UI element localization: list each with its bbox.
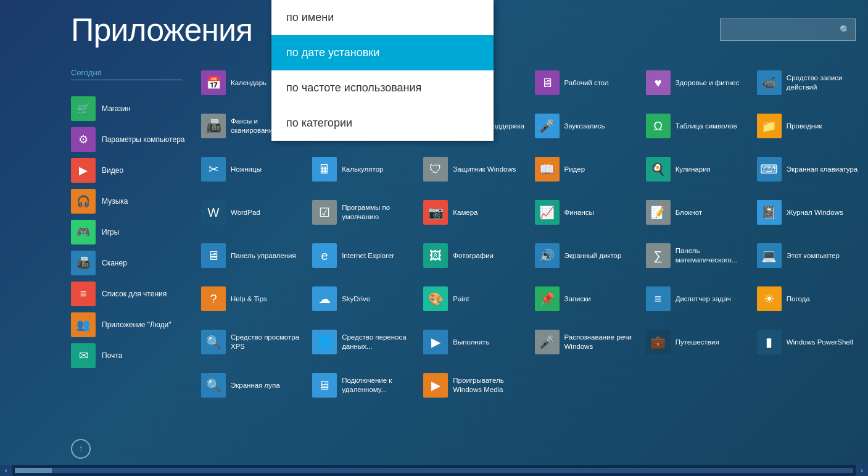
scrollbar[interactable]: ‹ › (0, 465, 868, 476)
app-icon-stickynotes: 📌 (535, 286, 560, 311)
app-label-weather: Погода (787, 294, 810, 304)
app-item-charmap[interactable]: Ω Таблица символов (642, 105, 751, 147)
app-item-travel[interactable]: 💼 Путешествия (642, 321, 751, 363)
icon-mail: ✉ (71, 343, 96, 368)
app-item-wmplayer[interactable]: ▶ Проигрыватель Windows Media (420, 364, 528, 406)
scroll-thumb (15, 468, 52, 473)
app-item-cooking[interactable]: 🍳 Кулинария (642, 148, 751, 190)
app-icon-fax: 📠 (201, 114, 226, 138)
app-item-skydrive[interactable]: ☁ SkyDrive (308, 278, 417, 320)
app-icon-finance: 📈 (535, 200, 560, 225)
app-item-magnifier[interactable]: 🔍 Экранная лупа (197, 364, 306, 406)
label-reading-list: Список для чтения (102, 290, 167, 298)
sidebar-item-settings[interactable]: ⚙ Параметры компьютера (71, 125, 188, 154)
app-label-remotedesktop: Подключение к удаленному... (342, 376, 413, 395)
app-icon-mathpanel: ∑ (646, 243, 671, 268)
app-item-photos[interactable]: 🖼 Фотографии (420, 235, 528, 277)
sort-by-freq[interactable]: по частоте использования (271, 70, 494, 106)
app-icon-powershell: ▮ (757, 330, 782, 354)
app-item-remotedesktop[interactable]: 🖥 Подключение к удаленному... (308, 364, 417, 406)
app-item-wordpad[interactable]: W WordPad (197, 191, 306, 233)
icon-music: 🎧 (71, 189, 96, 214)
sidebar-item-mail[interactable]: ✉ Почта (71, 341, 188, 370)
sort-by-date[interactable]: по дате установки (271, 35, 494, 70)
sort-by-name-label: по имени (286, 11, 334, 24)
app-label-scissors: Ножницы (231, 165, 262, 174)
sidebar-item-people[interactable]: 👥 Приложение "Люди" (71, 310, 188, 340)
label-scanner: Сканер (102, 259, 127, 267)
app-item-narrator[interactable]: 🔊 Экранный диктор (531, 235, 640, 277)
app-item-scissors[interactable]: ✂ Ножницы (197, 148, 306, 190)
scroll-up-button[interactable]: ↑ (71, 439, 91, 459)
label-music: Музыка (102, 197, 128, 206)
app-icon-thispc: 💻 (757, 243, 782, 268)
app-icon-rec-action: 📹 (757, 70, 782, 95)
app-item-osk[interactable]: ⌨ Экранная клавиатура (753, 148, 862, 190)
scroll-right-button[interactable]: › (856, 465, 868, 476)
app-label-voicerec: Звукозапись (564, 122, 605, 131)
scroll-left-button[interactable]: ‹ (0, 465, 12, 476)
app-item-mathpanel[interactable]: ∑ Панель математического... (642, 235, 751, 277)
app-label-run: Выполнить (453, 338, 489, 347)
app-label-travel: Путешествия (676, 338, 719, 347)
app-label-calendar: Календарь (231, 78, 267, 88)
app-item-finance[interactable]: 📈 Финансы (531, 191, 640, 233)
app-icon-windefender: 🛡 (423, 157, 448, 182)
app-icon-health: ♥ (646, 70, 671, 95)
sidebar-item-reading-list[interactable]: ≡ Список для чтения (71, 279, 188, 309)
app-icon-photos: 🖼 (423, 243, 448, 268)
sort-by-name[interactable]: по имени (271, 0, 494, 35)
app-item-notepad[interactable]: 📝 Блокнот (642, 191, 751, 233)
app-item-rec-action[interactable]: 📹 Средство записи действий (753, 62, 862, 104)
sidebar-item-games[interactable]: 🎮 Игры (71, 217, 188, 247)
app-item-defaults[interactable]: ☑ Программы по умолчанию (308, 191, 417, 233)
sidebar-item-music[interactable]: 🎧 Музыка (71, 186, 188, 216)
app-item-winjournal[interactable]: 📓 Журнал Windows (753, 191, 862, 233)
app-item-desktop[interactable]: 🖥 Рабочий стол (531, 62, 640, 104)
app-item-datatransfer[interactable]: 🌐 Средство переноса данных... (308, 321, 417, 363)
label-mail: Почта (102, 351, 122, 360)
app-icon-xpsviewer: 🔍 (201, 330, 226, 354)
app-label-thispc: Этот компьютер (787, 251, 840, 261)
app-item-paint[interactable]: 🎨 Paint (420, 278, 528, 320)
app-item-thispc[interactable]: 💻 Этот компьютер (753, 235, 862, 277)
app-icon-speechrec: 🎤 (535, 330, 560, 354)
app-item-explorer[interactable]: 📁 Проводник (753, 105, 862, 147)
sidebar-item-scanner[interactable]: 📠 Сканер (71, 248, 188, 278)
app-item-reader[interactable]: 📖 Ридер (531, 148, 640, 190)
app-item-speechrec[interactable]: 🎤 Распознавание речи Windows (531, 321, 640, 363)
app-item-weather[interactable]: ☀ Погода (753, 278, 862, 320)
app-item-camera[interactable]: 📷 Камера (420, 191, 528, 233)
app-item-calc[interactable]: 🖩 Калькулятор (308, 148, 417, 190)
label-people: Приложение "Люди" (102, 320, 172, 329)
sidebar-item-video[interactable]: ▶ Видео (71, 156, 188, 185)
app-icon-travel: 💼 (646, 330, 671, 354)
search-input[interactable] (729, 25, 840, 35)
search-icon: 🔍 (840, 25, 850, 35)
app-item-voicerec[interactable]: 🎤 Звукозапись (531, 105, 640, 147)
app-label-rec-action: Средство записи действий (787, 73, 858, 92)
app-icon-magnifier: 🔍 (201, 373, 226, 398)
sort-by-cat[interactable]: по категории (271, 106, 494, 141)
app-item-run[interactable]: ▶ Выполнить (420, 321, 528, 363)
app-item-controlpanel[interactable]: 🖥 Панель управления (197, 235, 306, 277)
app-icon-datatransfer: 🌐 (312, 330, 337, 354)
label-settings: Параметры компьютера (102, 135, 184, 144)
search-box[interactable]: 🔍 (720, 19, 856, 41)
app-icon-calendar: 📅 (201, 70, 226, 95)
app-item-stickynotes[interactable]: 📌 Записки (531, 278, 640, 320)
app-item-taskmgr[interactable]: ≡ Диспетчер задач (642, 278, 751, 320)
app-item-health[interactable]: ♥ Здоровье и фитнес (642, 62, 751, 104)
sidebar-item-store[interactable]: 🛒 Магазин (71, 94, 188, 123)
app-item-windefender[interactable]: 🛡 Защитник Windows (420, 148, 528, 190)
app-label-photos: Фотографии (453, 251, 494, 261)
app-label-notepad: Блокнот (676, 208, 702, 217)
app-item-ie[interactable]: e Internet Explorer (308, 235, 417, 277)
app-icon-osk: ⌨ (757, 157, 782, 182)
app-item-xpsviewer[interactable]: 🔍 Средство просмотра XPS (197, 321, 306, 363)
app-label-xpsviewer: Средство просмотра XPS (231, 333, 302, 351)
app-label-reader: Ридер (564, 165, 585, 174)
app-icon-skydrive: ☁ (312, 286, 337, 311)
app-item-powershell[interactable]: ▮ Windows PowerShell (753, 321, 862, 363)
app-item-helptips[interactable]: ? Help & Tips (197, 278, 306, 320)
